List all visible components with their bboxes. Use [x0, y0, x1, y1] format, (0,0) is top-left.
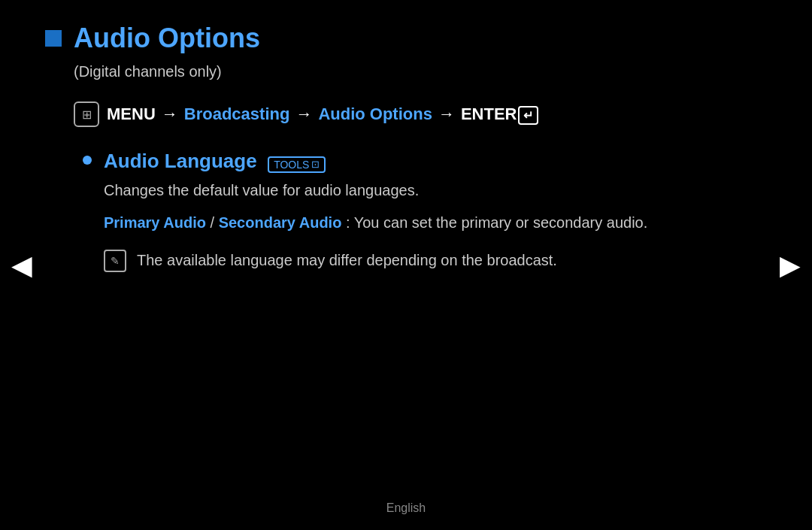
tools-badge: TOOLS ⊡: [268, 156, 326, 173]
audio-options-path-label: Audio Options: [318, 104, 432, 124]
audio-language-header: Audio Language TOOLS ⊡: [104, 150, 326, 173]
arrow-2: →: [295, 104, 312, 124]
primary-secondary-row: Primary Audio / Secondary Audio : You ca…: [104, 211, 752, 234]
tools-small-icon: ⊡: [311, 159, 320, 170]
audio-language-label: Audio Language: [104, 150, 257, 172]
secondary-audio-label: Secondary Audio: [219, 214, 342, 231]
audio-language-row: Audio Language TOOLS ⊡: [83, 150, 752, 173]
note-icon: ✎: [104, 250, 126, 272]
note-text: The available language may differ depend…: [137, 249, 557, 271]
note-row: ✎ The available language may differ depe…: [104, 249, 752, 272]
arrow-1: →: [162, 104, 178, 124]
menu-label: MENU: [107, 104, 156, 124]
subtitle: (Digital channels only): [74, 63, 752, 80]
enter-label: ENTER↵: [461, 104, 539, 125]
primary-secondary-rest: : You can set the primary or secondary a…: [346, 214, 647, 231]
bullet-dot-icon: [83, 156, 92, 165]
arrow-3: →: [438, 104, 455, 124]
primary-audio-label: Primary Audio: [104, 214, 206, 231]
menu-path: ⊞ MENU → Broadcasting → Audio Options → …: [74, 101, 752, 127]
enter-icon: ↵: [518, 106, 538, 125]
description-text: Changes the default value for audio lang…: [104, 182, 752, 199]
main-container: ◀ ▶ Audio Options (Digital channels only…: [0, 0, 812, 530]
menu-icon: ⊞: [74, 101, 99, 127]
slash-separator: /: [211, 214, 219, 231]
title-square-icon: [45, 30, 62, 47]
content-section: Audio Language TOOLS ⊡ Changes the defau…: [83, 150, 752, 272]
title-row: Audio Options: [45, 23, 752, 54]
right-nav-arrow[interactable]: ▶: [768, 242, 812, 289]
page-title: Audio Options: [74, 23, 260, 54]
left-nav-arrow[interactable]: ◀: [0, 242, 44, 289]
broadcasting-label: Broadcasting: [184, 104, 290, 124]
bottom-language: English: [386, 501, 426, 515]
